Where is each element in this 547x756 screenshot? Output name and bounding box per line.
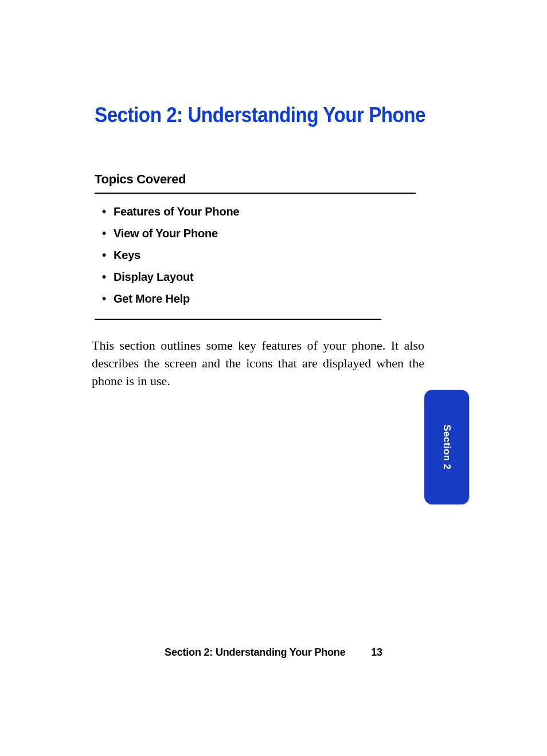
page: Section 2: Understanding Your Phone Topi… bbox=[0, 0, 547, 756]
topics-list-item: Get More Help bbox=[102, 292, 239, 305]
topics-list-item: Keys bbox=[102, 249, 239, 262]
topics-list: Features of Your Phone View of Your Phon… bbox=[102, 205, 239, 314]
topics-list-item: Features of Your Phone bbox=[102, 205, 239, 218]
topics-list-item: View of Your Phone bbox=[102, 227, 239, 240]
horizontal-rule-top bbox=[95, 193, 416, 194]
body-paragraph: This section outlines some key features … bbox=[92, 337, 424, 390]
section-tab: Section 2 bbox=[424, 390, 469, 504]
topics-list-item: Display Layout bbox=[102, 271, 239, 284]
section-title: Section 2: Understanding Your Phone bbox=[95, 103, 425, 127]
page-footer: Section 2: Understanding Your Phone 13 bbox=[0, 647, 547, 659]
topics-covered-heading: Topics Covered bbox=[95, 172, 186, 187]
footer-section-title: Section 2: Understanding Your Phone bbox=[165, 647, 345, 658]
horizontal-rule-bottom bbox=[95, 319, 381, 320]
footer-page-number: 13 bbox=[371, 647, 382, 659]
section-tab-label: Section 2 bbox=[441, 425, 452, 469]
